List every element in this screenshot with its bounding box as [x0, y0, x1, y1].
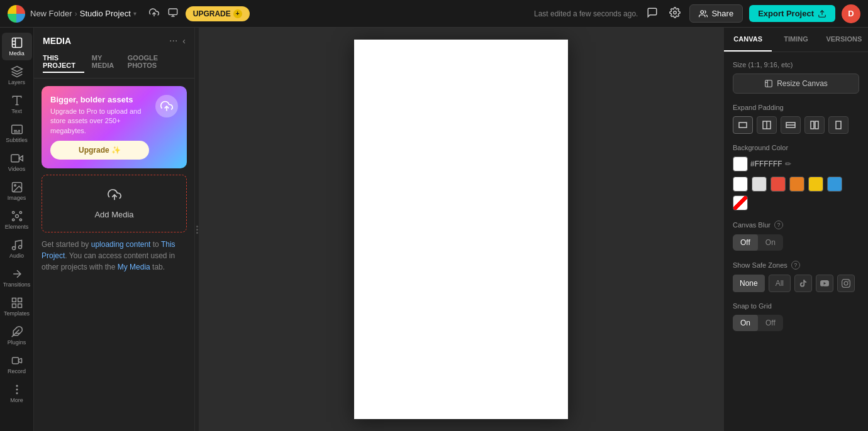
- breadcrumb-project[interactable]: Studio Project: [80, 9, 131, 18]
- icon-sidebar: Media Layers Text Subtitles Videos Image…: [0, 28, 34, 431]
- color-swatch-white[interactable]: [733, 177, 748, 192]
- tab-canvas[interactable]: CANVAS: [724, 28, 772, 52]
- bg-color-hex-value: #FFFFFF: [750, 160, 782, 168]
- snap-to-grid-toggle: On Off: [733, 315, 783, 331]
- svg-point-33: [16, 389, 18, 390]
- media-tab-this-project[interactable]: THIS PROJECT: [43, 52, 84, 73]
- svg-rect-16: [11, 155, 18, 162]
- app-logo[interactable]: [8, 5, 25, 23]
- snap-to-grid-section: Snap to Grid On Off: [733, 302, 859, 331]
- sidebar-label-layers: Layers: [8, 79, 25, 85]
- safe-zones-all-button[interactable]: All: [769, 275, 791, 292]
- upgrade-card: Bigger, bolder assets Upgrade to Pro to …: [42, 86, 187, 168]
- user-avatar[interactable]: D: [842, 4, 860, 23]
- upload-content-link[interactable]: uploading content: [91, 240, 151, 249]
- tab-timing[interactable]: TIMING: [772, 28, 820, 52]
- safe-zones-instagram-icon[interactable]: [837, 275, 855, 292]
- breadcrumb: New Folder › Studio Project ▾: [30, 9, 136, 18]
- sidebar-item-elements[interactable]: Elements: [2, 206, 32, 234]
- snap-off-button[interactable]: Off: [758, 315, 783, 331]
- svg-point-20: [19, 212, 21, 214]
- bg-color-edit-button[interactable]: ✏: [785, 160, 791, 168]
- svg-rect-44: [811, 121, 814, 129]
- sidebar-item-transitions[interactable]: Transitions: [2, 264, 32, 292]
- padding-option-2[interactable]: [757, 116, 777, 134]
- media-tab-google-photos[interactable]: GOOGLE PHOTOS: [128, 52, 178, 73]
- sidebar-item-videos[interactable]: Videos: [2, 148, 32, 176]
- upgrade-card-icon: [155, 95, 178, 117]
- media-tab-my-media[interactable]: MY MEDIA: [92, 52, 120, 73]
- padding-option-3[interactable]: [781, 116, 801, 134]
- upgrade-card-button[interactable]: Upgrade ✨: [50, 141, 149, 160]
- sidebar-item-more[interactable]: More: [2, 379, 32, 407]
- sidebar-item-text[interactable]: Text: [2, 90, 32, 118]
- color-swatch-blue[interactable]: [827, 177, 842, 192]
- sidebar-label-videos: Videos: [8, 166, 25, 172]
- sidebar-item-audio[interactable]: Audio: [2, 235, 32, 263]
- media-panel-body: Bigger, bolder assets Upgrade to Pro to …: [34, 79, 194, 431]
- media-panel-title: MEDIA: [43, 36, 71, 46]
- upgrade-card-description: Upgrade to Pro to upload and store asset…: [50, 107, 149, 136]
- snap-to-grid-label: Snap to Grid: [733, 302, 859, 310]
- color-swatch-transparent[interactable]: [733, 195, 748, 210]
- sidebar-item-templates[interactable]: Templates: [2, 293, 32, 320]
- blur-on-button[interactable]: On: [758, 234, 783, 251]
- upload-button[interactable]: [147, 5, 162, 23]
- safe-zones-help-icon[interactable]: ?: [791, 261, 800, 270]
- sidebar-label-record: Record: [8, 368, 26, 374]
- tab-versions[interactable]: VERSIONS: [820, 28, 868, 52]
- color-swatch-red[interactable]: [771, 177, 786, 192]
- sidebar-item-layers[interactable]: Layers: [2, 62, 32, 89]
- settings-button[interactable]: [667, 4, 683, 23]
- sidebar-item-subtitles[interactable]: Subtitles: [2, 119, 32, 147]
- sidebar-label-templates: Templates: [4, 310, 30, 317]
- upgrade-button[interactable]: UPGRADE +: [186, 6, 250, 21]
- resize-dots: [196, 226, 198, 234]
- safe-zones-header: Show Safe Zones ?: [733, 261, 859, 270]
- snap-on-button[interactable]: On: [733, 315, 758, 331]
- canvas-area[interactable]: [199, 28, 723, 431]
- export-label: Export Project: [758, 9, 814, 18]
- right-panel-body: Size (1:1, 9:16, etc) Resize Canvas Expa…: [724, 52, 868, 340]
- bg-color-swatches: [733, 177, 859, 210]
- svg-point-35: [16, 393, 18, 394]
- sidebar-item-images[interactable]: Images: [2, 177, 32, 205]
- sidebar-item-media[interactable]: Media: [2, 33, 32, 60]
- comments-button[interactable]: [644, 4, 660, 23]
- my-media-link[interactable]: My Media: [118, 263, 150, 271]
- sidebar-item-record[interactable]: Record: [2, 351, 32, 378]
- share-button[interactable]: Share: [689, 4, 743, 23]
- color-swatch-light-gray[interactable]: [752, 177, 767, 192]
- upgrade-plus-icon: +: [233, 9, 242, 18]
- blur-off-button[interactable]: Off: [733, 234, 758, 251]
- export-button[interactable]: Export Project: [749, 5, 835, 22]
- breadcrumb-chevron[interactable]: ▾: [133, 10, 136, 17]
- bg-color-swatch-main[interactable]: [733, 156, 748, 172]
- expand-padding-label: Expand Padding: [733, 104, 859, 111]
- padding-option-1[interactable]: [733, 116, 753, 134]
- monitor-button[interactable]: [165, 5, 181, 23]
- breadcrumb-folder[interactable]: New Folder: [30, 9, 72, 18]
- color-swatch-yellow[interactable]: [808, 177, 823, 192]
- resize-canvas-button[interactable]: Resize Canvas: [733, 74, 859, 94]
- padding-option-5[interactable]: [828, 116, 849, 134]
- bg-color-hex-row: #FFFFFF ✏: [733, 156, 859, 172]
- svg-rect-39: [739, 123, 747, 128]
- safe-zones-controls: None All: [733, 275, 859, 292]
- safe-zones-tiktok-icon[interactable]: [794, 275, 812, 292]
- canvas-blur-help-icon[interactable]: ?: [774, 221, 783, 229]
- sidebar-label-audio: Audio: [9, 253, 24, 259]
- media-panel-more-button[interactable]: ···: [169, 35, 177, 46]
- add-media-button[interactable]: Add Media: [42, 175, 187, 232]
- color-swatch-orange[interactable]: [789, 177, 804, 192]
- upgrade-label: UPGRADE: [193, 9, 231, 18]
- breadcrumb-separator: ›: [74, 9, 77, 18]
- padding-option-4[interactable]: [804, 116, 825, 134]
- sidebar-item-plugins[interactable]: Plugins: [2, 322, 32, 349]
- media-panel-collapse-button[interactable]: ‹: [182, 36, 186, 46]
- safe-zones-youtube-icon[interactable]: [816, 275, 833, 292]
- safe-zones-section: Show Safe Zones ? None All: [733, 261, 859, 292]
- safe-zones-none-button[interactable]: None: [733, 275, 765, 292]
- svg-point-18: [14, 185, 15, 187]
- topbar-right: Last edited a few seconds ago. Share Exp…: [534, 4, 860, 23]
